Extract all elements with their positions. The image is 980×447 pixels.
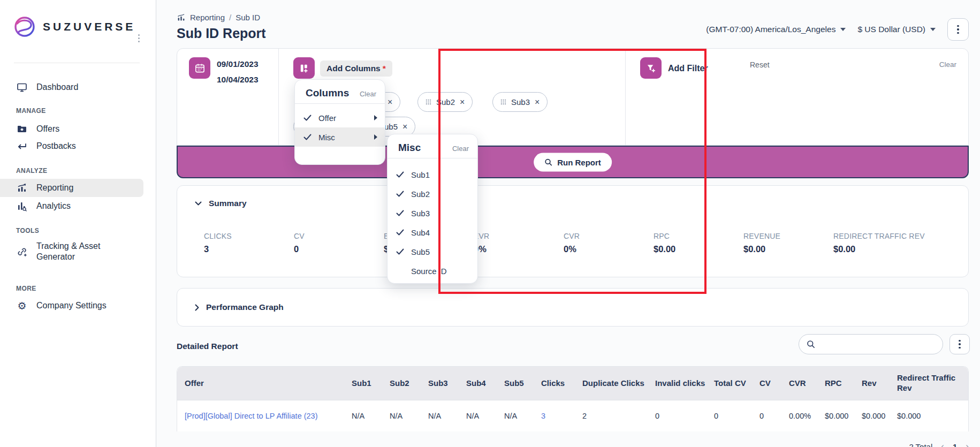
menu-item-label: Sub1 bbox=[411, 170, 430, 179]
detailed-report-title: Detailed Report bbox=[177, 342, 238, 351]
chip-label: Sub3 bbox=[511, 97, 530, 107]
menu-item-label: Sub5 bbox=[411, 247, 430, 256]
stat-rpc: RPC$0.00 bbox=[654, 232, 675, 254]
menu-item-sub2[interactable]: Sub2 bbox=[388, 184, 477, 203]
column-header[interactable]: Offer bbox=[177, 367, 347, 400]
menu-item-misc[interactable]: Misc bbox=[295, 127, 385, 147]
column-chip-sub3[interactable]: Sub3 × bbox=[492, 92, 548, 112]
brand-name: SUZUVERSE bbox=[43, 20, 135, 33]
sidebar-item-company-settings[interactable]: ⚙ Company Settings bbox=[0, 297, 143, 315]
breadcrumb-page: Sub ID bbox=[235, 13, 260, 22]
pagination-next-icon[interactable]: › bbox=[966, 441, 969, 447]
table-cell: N/A bbox=[385, 400, 424, 431]
column-header[interactable]: Rev bbox=[857, 367, 893, 400]
stat-cvr: CVR0% bbox=[564, 232, 580, 254]
chip-remove-icon[interactable]: × bbox=[402, 122, 407, 132]
add-filter-button[interactable]: Add Filter bbox=[668, 64, 708, 73]
performance-collapse-toggle[interactable]: Performance Graph bbox=[195, 302, 284, 312]
columns-menu-title: Columns bbox=[306, 87, 349, 99]
sidebar-item-dashboard[interactable]: Dashboard bbox=[0, 78, 143, 96]
offer-link[interactable]: [Prod][Global] Direct to LP Affiliate (2… bbox=[177, 400, 347, 431]
menu-item-source-id[interactable]: Source ID bbox=[388, 261, 477, 281]
breadcrumb[interactable]: Reporting / Sub ID bbox=[177, 13, 260, 22]
stat-cv: CV0 bbox=[294, 232, 305, 254]
calendar-icon[interactable] bbox=[189, 57, 210, 79]
add-columns-icon[interactable] bbox=[293, 57, 315, 79]
column-header[interactable]: Sub5 bbox=[500, 367, 537, 400]
menu-item-label: Misc bbox=[318, 133, 335, 142]
summary-collapse-toggle[interactable]: Summary bbox=[195, 199, 247, 208]
column-header[interactable]: Sub4 bbox=[462, 367, 500, 400]
column-chip-sub2[interactable]: Sub2 × bbox=[417, 92, 473, 112]
search-input[interactable] bbox=[819, 340, 935, 348]
menu-item-sub1[interactable]: Sub1 bbox=[388, 165, 477, 184]
drag-handle-icon[interactable] bbox=[426, 99, 431, 105]
date-end[interactable]: 10/04/2023 bbox=[217, 72, 259, 88]
date-range-picker[interactable]: 09/01/2023 10/04/2023 bbox=[217, 57, 259, 87]
pagination-current-page[interactable]: 1 bbox=[953, 442, 957, 447]
brand-logo[interactable]: SUZUVERSE bbox=[13, 15, 135, 39]
reset-button[interactable]: Reset bbox=[750, 60, 770, 69]
sidebar-item-offers[interactable]: Offers bbox=[0, 120, 143, 138]
sidebar-item-label: Offers bbox=[36, 124, 59, 134]
filter-clear-button[interactable]: Clear bbox=[939, 60, 956, 69]
chip-remove-icon[interactable]: × bbox=[388, 97, 392, 107]
menu-item-offer[interactable]: Offer bbox=[295, 108, 385, 127]
column-header[interactable]: Invalid clicks bbox=[651, 367, 710, 400]
sidebar-collapse-handle[interactable] bbox=[138, 34, 140, 42]
sidebar-item-label: Company Settings bbox=[36, 300, 107, 311]
check-icon bbox=[396, 248, 405, 255]
date-start[interactable]: 09/01/2023 bbox=[217, 57, 259, 72]
table-cell: N/A bbox=[347, 400, 385, 431]
timezone-select[interactable]: (GMT-07:00) America/Los_Angeles bbox=[706, 25, 846, 34]
columns-menu-clear[interactable]: Clear bbox=[360, 90, 376, 98]
add-filter-icon[interactable] bbox=[640, 57, 662, 79]
clicks-link[interactable]: 3 bbox=[537, 400, 578, 431]
sidebar-item-tracking-asset-generator[interactable]: Tracking & Asset Generator bbox=[0, 239, 145, 264]
sidebar-section-manage: MANAGE bbox=[16, 107, 46, 115]
panel-divider bbox=[278, 49, 279, 145]
gear-icon: ⚙ bbox=[16, 301, 28, 311]
sidebar-item-postbacks[interactable]: Postbacks bbox=[0, 137, 143, 155]
column-header[interactable]: Sub3 bbox=[424, 367, 462, 400]
chip-remove-icon[interactable]: × bbox=[460, 97, 465, 107]
column-header[interactable]: Sub1 bbox=[347, 367, 385, 400]
app-root: SUZUVERSE Dashboard MANAGE Offers Postba… bbox=[0, 0, 980, 447]
sidebar-item-analytics[interactable]: Analytics bbox=[0, 197, 143, 215]
menu-item-sub4[interactable]: Sub4 bbox=[388, 223, 477, 242]
chevron-down-icon bbox=[195, 201, 202, 206]
menu-item-sub3[interactable]: Sub3 bbox=[388, 203, 477, 223]
summary-panel: Summary CLICKS3 CV0 EPC$0.00 EVR0% CVR0%… bbox=[177, 185, 969, 277]
column-header[interactable]: Total CV bbox=[710, 367, 755, 400]
sidebar-item-label: Dashboard bbox=[36, 82, 78, 93]
stat-clicks: CLICKS3 bbox=[204, 232, 232, 254]
sidebar-item-reporting[interactable]: Reporting bbox=[0, 179, 143, 197]
breadcrumb-separator: / bbox=[229, 13, 231, 22]
add-columns-button[interactable]: Add Columns* bbox=[320, 60, 392, 77]
chip-remove-icon[interactable]: × bbox=[535, 97, 540, 107]
table-kebab-menu-button[interactable] bbox=[949, 334, 970, 354]
search-icon bbox=[544, 158, 552, 166]
chevron-down-icon bbox=[840, 28, 846, 31]
misc-menu-clear[interactable]: Clear bbox=[452, 145, 469, 153]
search-icon bbox=[807, 340, 815, 348]
column-header[interactable]: RPC bbox=[821, 367, 857, 400]
currency-value: $ US Dollar (USD) bbox=[857, 25, 925, 34]
column-header[interactable]: CVR bbox=[785, 367, 821, 400]
column-header[interactable]: CV bbox=[755, 367, 785, 400]
menu-item-sub5[interactable]: Sub5 bbox=[388, 242, 477, 261]
currency-select[interactable]: $ US Dollar (USD) bbox=[857, 25, 936, 34]
pagination-prev-icon[interactable]: ‹ bbox=[941, 441, 944, 447]
drag-handle-icon[interactable] bbox=[500, 99, 506, 105]
sidebar-item-label: Reporting bbox=[36, 183, 73, 193]
run-report-button[interactable]: Run Report bbox=[534, 153, 612, 171]
column-header[interactable]: Sub2 bbox=[385, 367, 424, 400]
column-header[interactable]: Clicks bbox=[537, 367, 578, 400]
sidebar-section-analyze: ANALYZE bbox=[16, 167, 47, 175]
header-kebab-menu-button[interactable] bbox=[947, 18, 969, 41]
breadcrumb-section[interactable]: Reporting bbox=[190, 13, 225, 22]
timezone-value: (GMT-07:00) America/Los_Angeles bbox=[706, 25, 835, 34]
column-header[interactable]: Redirect Traffic Rev bbox=[893, 367, 968, 400]
table-search[interactable] bbox=[799, 334, 943, 354]
column-header[interactable]: Duplicate Clicks bbox=[578, 367, 651, 400]
